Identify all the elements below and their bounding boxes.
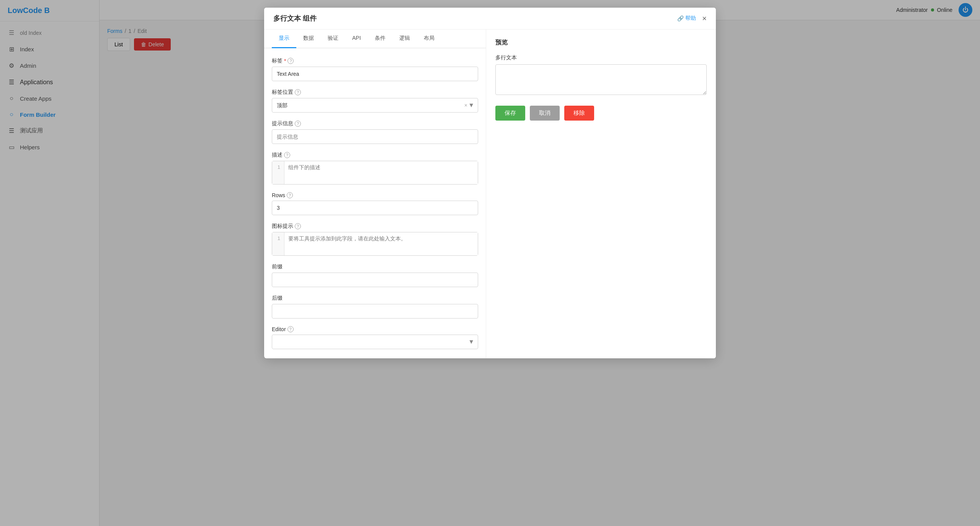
form-group-suffix: 后缀 bbox=[272, 295, 478, 319]
tab-data[interactable]: 数据 bbox=[296, 29, 321, 48]
select-clear-icon[interactable]: × bbox=[464, 102, 467, 108]
label-position-select[interactable]: 顶部 bbox=[272, 98, 478, 113]
form-group-label-position: 标签位置 ? 顶部 × ▼ bbox=[272, 89, 478, 113]
form-group-rows: Rows ? bbox=[272, 192, 478, 215]
prefix-label: 前缀 bbox=[272, 263, 478, 270]
label-field-label: 标签 * ? bbox=[272, 57, 478, 64]
tab-api[interactable]: API bbox=[345, 29, 368, 48]
preview-textarea[interactable] bbox=[495, 64, 707, 95]
modal-title: 多行文本 组件 bbox=[273, 14, 317, 23]
form-group-prefix: 前缀 bbox=[272, 263, 478, 287]
form-group-label: 标签 * ? bbox=[272, 57, 478, 81]
label-input[interactable] bbox=[272, 67, 478, 81]
form-group-description: 描述 ? 1 bbox=[272, 152, 478, 185]
description-line-numbers: 1 bbox=[272, 161, 284, 184]
editor-select[interactable] bbox=[272, 335, 478, 349]
prefix-input[interactable] bbox=[272, 273, 478, 287]
suffix-label: 后缀 bbox=[272, 295, 478, 302]
editor-label: Editor ? bbox=[272, 326, 478, 332]
preview-title: 预览 bbox=[495, 39, 707, 47]
modal-header: 多行文本 组件 🔗 帮助 × bbox=[264, 8, 716, 29]
rows-info-icon: ? bbox=[287, 192, 293, 198]
tab-layout[interactable]: 布局 bbox=[417, 29, 441, 48]
label-position-select-wrapper: 顶部 × ▼ bbox=[272, 98, 478, 113]
tooltip-input[interactable] bbox=[272, 129, 478, 144]
rows-label: Rows ? bbox=[272, 192, 478, 198]
icon-tooltip-line-numbers: 1 bbox=[272, 232, 284, 255]
editor-info-icon: ? bbox=[287, 326, 294, 332]
label-position-info-icon: ? bbox=[295, 89, 301, 95]
form-group-editor: Editor ? ▼ bbox=[272, 326, 478, 349]
icon-tooltip-info-icon: ? bbox=[295, 223, 301, 229]
description-textarea[interactable] bbox=[284, 161, 478, 184]
help-icon: 🔗 bbox=[677, 15, 684, 21]
form-group-icon-tooltip: 图标提示 ? 1 bbox=[272, 223, 478, 256]
description-label: 描述 ? bbox=[272, 152, 478, 158]
preview-actions: 保存 取消 移除 bbox=[495, 106, 707, 121]
modal-dialog: 多行文本 组件 🔗 帮助 × 显示 bbox=[264, 8, 716, 358]
tab-validate[interactable]: 验证 bbox=[321, 29, 345, 48]
modal-header-actions: 🔗 帮助 × bbox=[677, 15, 707, 22]
form-content: 标签 * ? 标签位置 ? bbox=[264, 48, 486, 358]
modal-right-panel: 预览 多行文本 保存 取消 移除 bbox=[486, 29, 716, 358]
tooltip-info-icon: ? bbox=[295, 121, 301, 127]
tab-logic[interactable]: 逻辑 bbox=[392, 29, 417, 48]
icon-tooltip-textarea-wrapper: 1 bbox=[272, 232, 478, 256]
modal-left-panel: 显示 数据 验证 API 条件 bbox=[264, 29, 486, 358]
tab-condition[interactable]: 条件 bbox=[368, 29, 392, 48]
remove-button[interactable]: 移除 bbox=[564, 106, 594, 121]
tooltip-label: 提示信息 ? bbox=[272, 120, 478, 127]
modal-tabs: 显示 数据 验证 API 条件 bbox=[264, 29, 486, 48]
icon-tooltip-label: 图标提示 ? bbox=[272, 223, 478, 230]
close-button[interactable]: × bbox=[702, 15, 707, 22]
description-textarea-wrapper: 1 bbox=[272, 161, 478, 185]
help-label: 帮助 bbox=[685, 15, 696, 22]
tab-display[interactable]: 显示 bbox=[272, 29, 296, 48]
editor-select-wrapper: ▼ bbox=[272, 335, 478, 349]
preview-field-label: 多行文本 bbox=[495, 54, 707, 61]
required-indicator: * bbox=[284, 58, 286, 64]
suffix-input[interactable] bbox=[272, 304, 478, 319]
description-info-icon: ? bbox=[284, 152, 290, 158]
label-position-label: 标签位置 ? bbox=[272, 89, 478, 96]
save-button[interactable]: 保存 bbox=[495, 106, 525, 121]
help-link[interactable]: 🔗 帮助 bbox=[677, 15, 696, 22]
modal-body: 显示 数据 验证 API 条件 bbox=[264, 29, 716, 358]
icon-tooltip-textarea[interactable] bbox=[284, 232, 478, 255]
label-info-icon: ? bbox=[287, 58, 294, 64]
main-area: Administrator Online ⏻ Forms / 1 / Edit … bbox=[100, 0, 980, 526]
rows-input[interactable] bbox=[272, 201, 478, 215]
cancel-button[interactable]: 取消 bbox=[530, 106, 560, 121]
form-group-tooltip: 提示信息 ? bbox=[272, 120, 478, 144]
modal-overlay: 多行文本 组件 🔗 帮助 × 显示 bbox=[0, 0, 980, 526]
